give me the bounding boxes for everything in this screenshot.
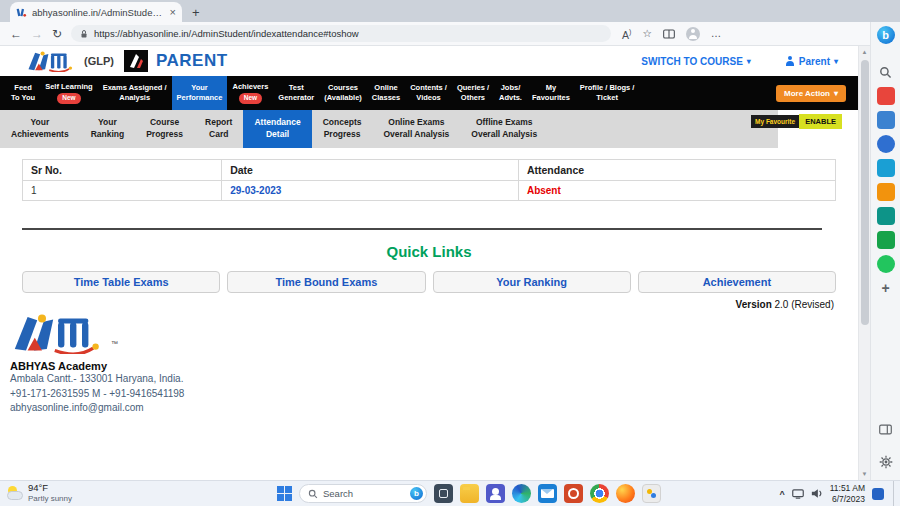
tab-close-icon[interactable]: ×: [170, 7, 176, 18]
menu-ellipsis-icon[interactable]: …: [711, 28, 722, 39]
table-row: 1 29-03-2023 Absent: [23, 181, 836, 201]
start-button[interactable]: [277, 486, 292, 501]
switch-to-course-dropdown[interactable]: SWITCH TO COURSE ▾: [641, 56, 751, 67]
nav-item-queries[interactable]: Queries /Others: [452, 76, 494, 110]
nav-item-feed[interactable]: FeedTo You: [6, 76, 40, 110]
abhyas-footer-logo: ™: [10, 340, 114, 357]
browser-tab[interactable]: abhyasonline.in/AdminStudent/i ×: [10, 2, 182, 22]
subnav-report-card[interactable]: ReportCard: [194, 110, 243, 148]
weather-temp: 94°F: [28, 483, 72, 494]
paint-icon[interactable]: [642, 484, 661, 503]
hidden-icons-chevron[interactable]: ^: [779, 489, 784, 499]
version-label: Version 2.0 (Revised): [0, 299, 834, 310]
weather-desc: Partly sunny: [28, 494, 72, 503]
nav-item-jobs[interactable]: Jobs/Advts.: [494, 76, 527, 110]
task-view-icon[interactable]: [434, 484, 453, 503]
attendance-table: Sr No. Date Attendance 1 29-03-2023 Abse…: [22, 159, 836, 201]
nav-item-profile-blogs[interactable]: Profile / Blogs /Ticket: [575, 76, 640, 110]
scroll-up-icon[interactable]: ▲: [859, 49, 870, 55]
chevron-down-icon: ▾: [747, 57, 751, 66]
firefox-icon[interactable]: [616, 484, 635, 503]
mail-icon[interactable]: [538, 484, 557, 503]
split-screen-icon[interactable]: [663, 29, 675, 39]
quick-link-your-ranking[interactable]: Your Ranking: [433, 271, 631, 293]
site-footer: ™ ABHYAS Academy Ambala Cantt.- 133001 H…: [0, 310, 858, 416]
quick-link-time-bound-exams[interactable]: Time Bound Exams: [227, 271, 425, 293]
sidebar-layout-icon[interactable]: [877, 420, 895, 438]
weather-widget[interactable]: 94°F Partly sunny: [6, 483, 72, 503]
glp-label: (GLP): [84, 55, 114, 67]
sidebar-app-icon[interactable]: [877, 255, 895, 273]
quick-link-achievement[interactable]: Achievement: [638, 271, 836, 293]
subnav-concepts-progress[interactable]: ConceptsProgress: [312, 110, 373, 148]
sidebar-search-icon[interactable]: [877, 63, 895, 81]
cell-attendance-status: Absent: [527, 185, 561, 196]
nav-item-exams-analysis[interactable]: Exams Assigned /Analysis: [98, 76, 172, 110]
edge-icon[interactable]: [512, 484, 531, 503]
settings-gear-icon[interactable]: [877, 453, 895, 471]
nav-item-test-generator[interactable]: TestGenerator: [273, 76, 319, 110]
sidebar-app-icon[interactable]: [877, 231, 895, 249]
sidebar-shopping-icon[interactable]: [877, 183, 895, 201]
my-favourite-enable-widget[interactable]: My Favourite ENABLE: [751, 114, 842, 129]
nav-item-achievers[interactable]: AchieversNew: [227, 76, 273, 110]
sidebar-app-icon[interactable]: [877, 111, 895, 129]
subnav-row: YourAchievements YourRanking CourseProgr…: [0, 110, 858, 148]
enable-button[interactable]: ENABLE: [799, 114, 842, 129]
subnav-attendance-detail[interactable]: AttendanceDetail: [243, 110, 311, 148]
notification-badge[interactable]: [872, 488, 884, 500]
show-desktop-button[interactable]: [893, 481, 896, 506]
favorites-star-icon[interactable]: ☆: [642, 28, 651, 39]
taskbar-search[interactable]: Search b: [299, 484, 427, 503]
sidebar-app-icon[interactable]: [877, 159, 895, 177]
scrollbar-thumb[interactable]: [861, 60, 869, 325]
page-scrollbar[interactable]: ▲ ▼: [858, 46, 870, 480]
weather-icon: [6, 485, 23, 502]
tray-date: 6/7/2023: [830, 494, 865, 505]
nav-item-courses[interactable]: Courses(Available): [319, 76, 367, 110]
quick-link-time-table-exams[interactable]: Time Table Exams: [22, 271, 220, 293]
footer-email: abhyasonline.info@gmail.com: [10, 401, 858, 416]
sidebar-app-icon[interactable]: [877, 207, 895, 225]
section-divider: [22, 228, 822, 230]
chevron-down-icon: ▾: [834, 89, 838, 98]
new-tab-icon[interactable]: +: [192, 6, 200, 19]
subnav-online-exams-analysis[interactable]: Online ExamsOverall Analysis: [372, 110, 460, 148]
forward-icon[interactable]: →: [31, 28, 43, 40]
profile-avatar[interactable]: [686, 27, 700, 41]
toolbar-icons: A ☆ …: [622, 27, 721, 41]
scroll-down-icon[interactable]: ▼: [859, 471, 870, 477]
subnav-your-achievements[interactable]: YourAchievements: [0, 110, 80, 148]
sidebar-app-icon[interactable]: [877, 135, 895, 153]
read-aloud-icon[interactable]: A: [622, 28, 631, 40]
my-favourite-label: My Favourite: [751, 115, 799, 128]
new-badge: New: [57, 93, 80, 104]
clock-widget[interactable]: 11:51 AM 6/7/2023: [830, 483, 865, 504]
sidebar-app-icon[interactable]: [877, 87, 895, 105]
page-title: PARENT: [156, 51, 228, 71]
nav-item-self-learning[interactable]: Self LearningNew: [40, 76, 98, 110]
powerpoint-icon[interactable]: [564, 484, 583, 503]
back-icon[interactable]: ←: [10, 28, 22, 40]
subnav-offline-exams-analysis[interactable]: Offline ExamsOverall Analysis: [460, 110, 548, 148]
volume-icon[interactable]: [811, 488, 823, 499]
parent-user-dropdown[interactable]: Parent ▾: [785, 56, 838, 67]
nav-item-online-classes[interactable]: OnlineClasses: [367, 76, 405, 110]
url-input[interactable]: [94, 28, 602, 39]
network-icon[interactable]: [792, 489, 804, 499]
file-explorer-icon[interactable]: [460, 484, 479, 503]
cell-date-link[interactable]: 29-03-2023: [230, 185, 281, 196]
nav-item-your-performance[interactable]: YourPerformance: [172, 76, 228, 110]
nav-item-my-favourites[interactable]: MyFavourites: [527, 76, 575, 110]
subnav-course-progress[interactable]: CourseProgress: [135, 110, 194, 148]
search-label: Search: [323, 488, 405, 499]
subnav-your-ranking[interactable]: YourRanking: [80, 110, 136, 148]
teams-icon[interactable]: [486, 484, 505, 503]
refresh-icon[interactable]: ↻: [52, 28, 62, 40]
more-action-button[interactable]: More Action▾: [776, 85, 846, 102]
sidebar-add-icon[interactable]: +: [877, 279, 895, 297]
address-bar[interactable]: [71, 25, 611, 42]
chrome-icon[interactable]: [590, 484, 609, 503]
bing-icon[interactable]: b: [877, 26, 895, 44]
nav-item-contents-videos[interactable]: Contents /Videos: [405, 76, 452, 110]
